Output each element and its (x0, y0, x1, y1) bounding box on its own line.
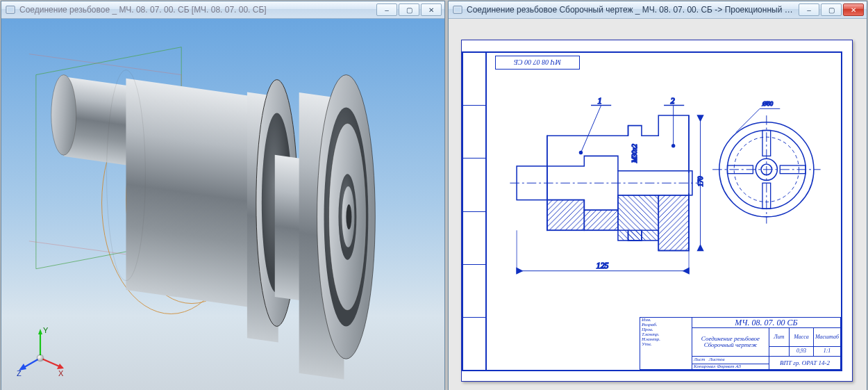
viewport-3d[interactable]: Y X Z (1, 19, 444, 390)
svg-rect-7 (126, 79, 257, 309)
svg-line-63 (736, 108, 760, 132)
svg-line-42 (581, 105, 601, 152)
maximize-button[interactable]: ▢ (821, 3, 842, 16)
app-icon (453, 5, 462, 15)
dim-thread: М30x2 (631, 144, 638, 163)
minimize-button[interactable]: – (376, 3, 397, 16)
balloon-1: 1 (598, 97, 602, 106)
dim-length: 125 (596, 261, 609, 270)
svg-rect-27 (455, 8, 461, 13)
window-controls-drawing: – ▢ ✕ (799, 3, 864, 16)
svg-rect-41 (628, 230, 642, 241)
drawing-views: 1 2 125 М30x2 (492, 68, 838, 311)
maximize-button[interactable]: ▢ (399, 3, 419, 16)
minimize-button[interactable]: – (799, 3, 819, 16)
window-title-drawing: Соединение резьбовое Сборочный чертеж _ … (467, 5, 794, 15)
model-3d-render (1, 19, 444, 390)
titlebar-drawing[interactable]: Соединение резьбовое Сборочный чертеж _ … (449, 1, 867, 19)
viewport-drawing[interactable]: МЧ 08 07 00 СБ (449, 19, 867, 390)
svg-point-47 (672, 145, 675, 147)
svg-rect-38 (584, 210, 618, 230)
svg-rect-40 (658, 195, 689, 251)
title-block: Изм. Разраб. Пров. Т.контр. Н.контр. Утв… (640, 317, 841, 370)
dim-height: 170 (696, 176, 704, 186)
balloon-2: 2 (671, 97, 675, 106)
svg-rect-1 (8, 8, 14, 13)
window-controls-3d: – ▢ ✕ (376, 3, 442, 16)
svg-rect-37 (547, 200, 584, 231)
app-icon (6, 5, 15, 15)
mass-value: 0,93 (789, 346, 813, 357)
drawing-sheet: МЧ 08 07 00 СБ (461, 40, 853, 382)
window-3d-model: Соединение резьбовое _ МЧ. 08. 07. 00. С… (1, 1, 445, 390)
svg-point-44 (580, 152, 583, 154)
scale-value: 1:1 (813, 346, 840, 357)
top-doc-code: МЧ 08 07 00 СБ (495, 56, 580, 70)
doc-name-2: Сборочный чертеж (704, 341, 758, 348)
svg-point-19 (346, 204, 351, 229)
titlebar-3d[interactable]: Соединение резьбовое _ МЧ. 08. 07. 00. С… (1, 1, 444, 19)
window-title-3d: Соединение резьбовое _ МЧ. 08. 07. 00. С… (19, 5, 372, 15)
org: ВПТ гр. ОРАТ 14-2 (769, 357, 840, 370)
svg-point-6 (51, 75, 76, 156)
doc-code: МЧ. 08. 07. 00 СБ (692, 318, 841, 328)
window-drawing: Соединение резьбовое Сборочный чертеж _ … (448, 1, 867, 390)
close-button[interactable]: ✕ (843, 3, 864, 16)
dim-flange: Ø60 (762, 100, 774, 107)
binding-margin-cells (462, 51, 487, 371)
close-button[interactable]: ✕ (421, 3, 442, 16)
